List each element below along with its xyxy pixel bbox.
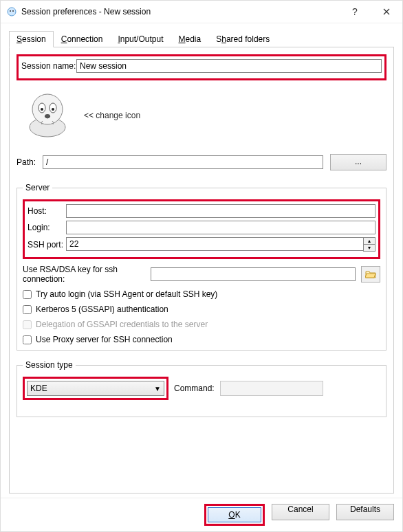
ssh-port-up-button[interactable]: ▴ bbox=[364, 238, 375, 245]
delegation-label: Delegation of GSSAPI credentials to the … bbox=[36, 320, 208, 329]
server-highlight: Host: Login: SSH port: ▴ ▾ bbox=[23, 199, 380, 259]
kerberos-checkbox[interactable] bbox=[23, 305, 32, 314]
rsa-browse-button[interactable] bbox=[361, 266, 380, 282]
path-label: Path: bbox=[17, 157, 43, 167]
rsa-row: Use RSA/DSA key for ssh connection: bbox=[23, 265, 380, 284]
path-row: Path: ... bbox=[17, 154, 386, 170]
ok-highlight: OK bbox=[204, 504, 265, 526]
auto-login-row: Try auto login (via SSH Agent or default… bbox=[23, 289, 380, 299]
change-icon-link[interactable]: << change icon bbox=[84, 111, 140, 120]
session-name-input[interactable] bbox=[76, 59, 382, 73]
svg-point-10 bbox=[52, 108, 54, 111]
session-type-combo[interactable]: KDE ▼ bbox=[27, 381, 164, 396]
svg-point-9 bbox=[41, 108, 43, 111]
app-icon bbox=[6, 6, 17, 17]
session-type-highlight: KDE ▼ bbox=[23, 377, 168, 400]
svg-point-2 bbox=[12, 10, 14, 12]
ssh-port-down-button[interactable]: ▾ bbox=[364, 245, 375, 251]
session-preferences-window: Session preferences - New session ? Sdoc… bbox=[0, 0, 403, 532]
window-title: Session preferences - New session bbox=[21, 7, 339, 16]
folder-open-icon bbox=[365, 269, 376, 279]
session-icon bbox=[22, 89, 73, 142]
ok-label-rest: K bbox=[235, 510, 241, 520]
proxy-label: Use Proxy server for SSH connection bbox=[36, 335, 173, 344]
session-type-group: Session type KDE ▼ Command: bbox=[17, 360, 386, 417]
rsa-key-input[interactable] bbox=[151, 267, 356, 281]
tab-io[interactable]: Input/Output bbox=[110, 31, 171, 47]
close-button[interactable] bbox=[371, 1, 402, 23]
tab-shared[interactable]: Shared folders bbox=[208, 31, 277, 47]
tab-session-label: ession bbox=[22, 34, 46, 44]
delegation-row: Delegation of GSSAPI credentials to the … bbox=[23, 320, 380, 329]
session-type-value: KDE bbox=[30, 384, 47, 393]
session-name-label: Session name: bbox=[21, 61, 76, 71]
session-type-legend: Session type bbox=[23, 360, 76, 370]
tab-media[interactable]: Media bbox=[171, 31, 208, 47]
help-button[interactable]: ? bbox=[339, 1, 371, 23]
close-icon bbox=[383, 8, 390, 15]
login-label: Login: bbox=[28, 223, 66, 232]
chevron-down-icon: ▼ bbox=[154, 385, 161, 392]
host-input[interactable] bbox=[66, 204, 375, 218]
rsa-label: Use RSA/DSA key for ssh connection: bbox=[23, 265, 151, 284]
tab-bar: Sdocument.currentScript.previousElementS… bbox=[9, 30, 394, 47]
content-area: Sdocument.currentScript.previousElementS… bbox=[1, 23, 402, 498]
button-bar: OK Cancel Defaults bbox=[1, 498, 402, 531]
kerberos-label: Kerberos 5 (GSSAPI) authentication bbox=[36, 304, 168, 314]
server-legend: Server bbox=[23, 183, 52, 192]
ssh-port-label: SSH port: bbox=[28, 240, 66, 250]
server-group: Server Host: Login: SSH port: bbox=[17, 183, 386, 351]
ok-button[interactable]: OK bbox=[208, 507, 261, 522]
path-browse-button[interactable]: ... bbox=[330, 154, 386, 170]
ssh-port-input[interactable] bbox=[66, 237, 363, 251]
command-label: Command: bbox=[174, 384, 215, 393]
defaults-button[interactable]: Defaults bbox=[336, 504, 394, 520]
svg-point-0 bbox=[8, 8, 16, 16]
auto-login-checkbox[interactable] bbox=[23, 290, 32, 299]
icon-area: << change icon bbox=[22, 89, 386, 142]
tab-session[interactable]: Sdocument.currentScript.previousElementS… bbox=[9, 31, 54, 47]
tab-connection[interactable]: Connection bbox=[54, 31, 111, 47]
kerberos-row: Kerberos 5 (GSSAPI) authentication bbox=[23, 304, 380, 314]
login-input[interactable] bbox=[66, 221, 375, 234]
host-label: Host: bbox=[28, 206, 66, 216]
titlebar: Session preferences - New session ? bbox=[1, 1, 402, 23]
session-tab-panel: Session name: bbox=[9, 47, 394, 494]
svg-point-1 bbox=[10, 10, 11, 12]
delegation-checkbox bbox=[23, 320, 32, 329]
tab-shared-label: ared folders bbox=[226, 34, 270, 44]
proxy-checkbox[interactable] bbox=[23, 335, 32, 344]
cancel-button[interactable]: Cancel bbox=[272, 504, 329, 520]
session-name-highlight: Session name: bbox=[17, 54, 386, 80]
tab-io-label: nput/Output bbox=[120, 34, 164, 44]
proxy-row: Use Proxy server for SSH connection bbox=[23, 335, 380, 344]
tab-media-label: edia bbox=[185, 34, 201, 44]
auto-login-label: Try auto login (via SSH Agent or default… bbox=[36, 289, 217, 299]
path-input[interactable] bbox=[43, 155, 323, 169]
command-input bbox=[220, 381, 323, 396]
tab-connection-label: onnection bbox=[67, 34, 102, 44]
svg-point-6 bbox=[32, 94, 63, 124]
